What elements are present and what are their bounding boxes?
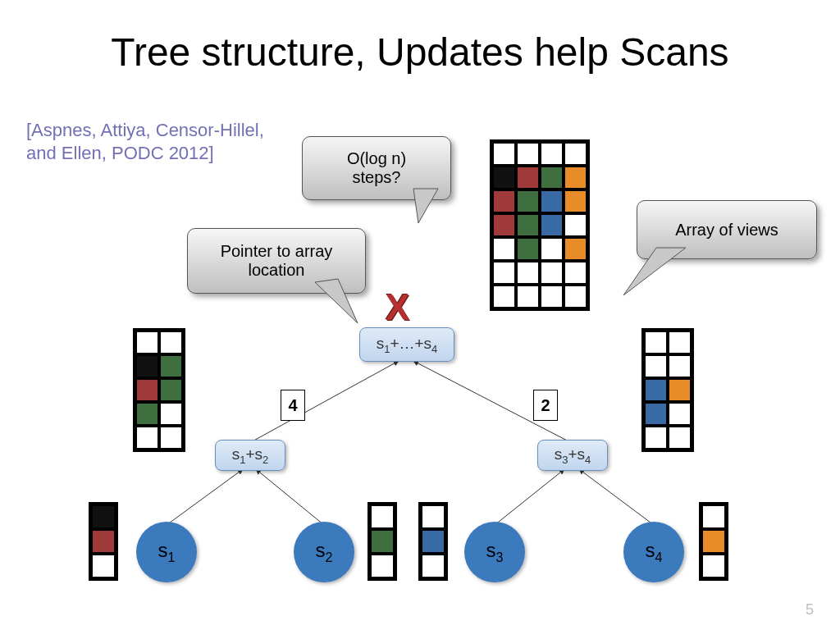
slide-title: Tree structure, Updates help Scans xyxy=(0,30,840,75)
page-number: 5 xyxy=(806,601,814,619)
view-table-s2 xyxy=(368,502,397,581)
view-table-root xyxy=(490,139,590,311)
svg-line-8 xyxy=(579,469,654,525)
citation-text: [Aspnes, Attiya, Censor-Hillel, and Elle… xyxy=(26,119,272,164)
counter-right: 2 xyxy=(533,390,558,421)
counter-left: 4 xyxy=(281,390,305,421)
view-table-s3 xyxy=(418,502,448,581)
x-mark: X xyxy=(386,287,409,328)
view-table-s1 xyxy=(89,502,118,581)
svg-line-6 xyxy=(256,469,324,525)
callout-views: Array of views xyxy=(637,200,817,259)
view-table-node-right xyxy=(641,328,694,452)
tree-leaf-s3: s3 xyxy=(464,522,525,582)
callout-logn: O(log n) steps? xyxy=(302,136,451,200)
view-table-s4 xyxy=(699,502,728,581)
callout-pointer: Pointer to array location xyxy=(187,228,366,294)
tree-leaf-s2: s2 xyxy=(294,522,354,582)
tree-node-root: s1+…+s4 xyxy=(359,327,454,362)
tree-node-right: s3+s4 xyxy=(537,440,608,471)
svg-line-5 xyxy=(167,469,243,525)
view-table-node-left xyxy=(133,328,185,452)
svg-line-7 xyxy=(495,469,564,525)
tree-leaf-s1: s1 xyxy=(136,522,197,582)
svg-line-3 xyxy=(249,361,399,443)
tree-leaf-s4: s4 xyxy=(623,522,684,582)
tree-node-left: s1+s2 xyxy=(215,440,285,471)
